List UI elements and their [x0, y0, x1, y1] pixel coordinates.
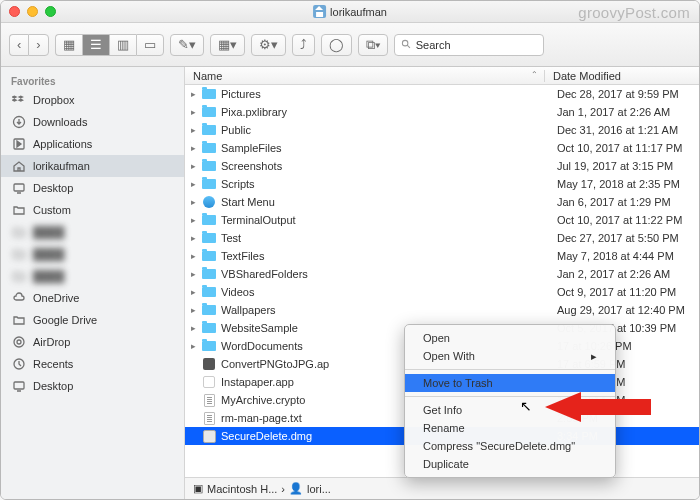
file-row[interactable]: ▸WallpapersAug 29, 2017 at 12:40 PM [185, 301, 699, 319]
arrange-button[interactable]: ▦▾ [210, 34, 245, 56]
file-date: Jan 1, 2017 at 2:26 AM [549, 106, 699, 118]
file-name: Scripts [221, 178, 549, 190]
column-name[interactable]: Name⌃ [185, 70, 545, 82]
file-icon [201, 87, 217, 101]
menu-item-compress-securedelete-dmg-[interactable]: Compress "SecureDelete.dmg" [405, 437, 615, 455]
folder-icon [11, 225, 27, 239]
svg-rect-8 [14, 382, 24, 389]
file-row[interactable]: ▸Start MenuJan 6, 2017 at 1:29 PM [185, 193, 699, 211]
file-row[interactable]: ▸TextFilesMay 7, 2018 at 4:44 PM [185, 247, 699, 265]
file-row[interactable]: ▸TestDec 27, 2017 at 5:50 PM [185, 229, 699, 247]
sidebar-item-Downloads[interactable]: Downloads [1, 111, 184, 133]
home-icon [313, 5, 326, 18]
sidebar-item-Applications[interactable]: Applications [1, 133, 184, 155]
folder-icon [11, 269, 27, 283]
sidebar-item-label: AirDrop [33, 336, 70, 348]
search-field[interactable]: Search [394, 34, 544, 56]
file-row[interactable]: ▸VideosOct 9, 2017 at 11:20 PM [185, 283, 699, 301]
file-name: TerminalOutput [221, 214, 549, 226]
folder-icon [11, 203, 27, 217]
disclosure-triangle[interactable]: ▸ [185, 251, 201, 261]
file-icon [201, 141, 217, 155]
disclosure-triangle[interactable]: ▸ [185, 89, 201, 99]
back-button[interactable]: ‹ [9, 34, 28, 56]
menu-separator [405, 396, 615, 397]
dropbox-icon [11, 93, 27, 107]
sidebar-item-lorikaufman[interactable]: lorikaufman [1, 155, 184, 177]
cloud-icon [11, 291, 27, 305]
file-row[interactable]: ▸ScriptsMay 17, 2018 at 2:35 PM [185, 175, 699, 193]
tags-button[interactable]: ◯ [321, 34, 352, 56]
menu-item-move-to-trash[interactable]: Move to Trash [405, 374, 615, 392]
share-button[interactable]: ⤴ [292, 34, 315, 56]
window-title: lorikaufman [313, 5, 387, 18]
forward-button[interactable]: › [28, 34, 48, 56]
disclosure-triangle[interactable]: ▸ [185, 323, 201, 333]
dropbox-button[interactable]: ⧉▾ [358, 34, 388, 56]
menu-item-open[interactable]: Open [405, 329, 615, 347]
disclosure-triangle[interactable]: ▸ [185, 197, 201, 207]
zoom-button[interactable] [45, 6, 56, 17]
disclosure-triangle[interactable]: ▸ [185, 215, 201, 225]
column-date[interactable]: Date Modified [545, 70, 699, 82]
gallery-view-button[interactable]: ▭ [136, 34, 164, 56]
disclosure-triangle[interactable]: ▸ [185, 161, 201, 171]
icon-view-button[interactable]: ▦ [55, 34, 82, 56]
sidebar-item-hidden[interactable]: ████ [1, 243, 184, 265]
file-date: Jan 2, 2017 at 2:26 AM [549, 268, 699, 280]
disclosure-triangle[interactable]: ▸ [185, 107, 201, 117]
sidebar-item-Google Drive[interactable]: Google Drive [1, 309, 184, 331]
menu-item-label: Rename [423, 422, 465, 434]
sidebar-item-OneDrive[interactable]: OneDrive [1, 287, 184, 309]
path-bar[interactable]: ▣ Macintosh H... › 👤 lori... [185, 477, 699, 499]
disclosure-triangle[interactable]: ▸ [185, 305, 201, 315]
file-icon [201, 339, 217, 353]
menu-item-label: Duplicate [423, 458, 469, 470]
file-icon [201, 285, 217, 299]
svg-line-1 [407, 45, 410, 48]
sidebar-item-hidden[interactable]: ████ [1, 221, 184, 243]
sidebar-item-label: ████ [33, 248, 64, 260]
toolbar: ‹ › ▦ ☰ ▥ ▭ ✎▾ ▦▾ ⚙▾ ⤴ ◯ ⧉▾ Search [1, 23, 699, 67]
file-row[interactable]: ▸PublicDec 31, 2016 at 1:21 AM [185, 121, 699, 139]
airdrop-icon [11, 335, 27, 349]
tool-button-1[interactable]: ✎▾ [170, 34, 204, 56]
sidebar-item-Desktop[interactable]: Desktop [1, 375, 184, 397]
sidebar[interactable]: Favorites DropboxDownloadsApplicationslo… [1, 67, 185, 499]
disclosure-triangle[interactable]: ▸ [185, 287, 201, 297]
disclosure-triangle[interactable]: ▸ [185, 143, 201, 153]
file-row[interactable]: ▸SampleFilesOct 10, 2017 at 11:17 PM [185, 139, 699, 157]
column-view-button[interactable]: ▥ [109, 34, 136, 56]
sidebar-item-AirDrop[interactable]: AirDrop [1, 331, 184, 353]
minimize-button[interactable] [27, 6, 38, 17]
menu-item-duplicate[interactable]: Duplicate [405, 455, 615, 473]
disclosure-triangle[interactable]: ▸ [185, 125, 201, 135]
menu-separator [405, 369, 615, 370]
menu-item-label: Open With [423, 350, 475, 362]
cursor-icon: ↖ [520, 398, 532, 414]
disclosure-triangle[interactable]: ▸ [185, 341, 201, 351]
disclosure-triangle[interactable]: ▸ [185, 269, 201, 279]
sidebar-item-Custom[interactable]: Custom [1, 199, 184, 221]
sidebar-item-Desktop[interactable]: Desktop [1, 177, 184, 199]
sort-arrow-icon: ⌃ [531, 70, 538, 82]
menu-item-open-with[interactable]: Open With▸ [405, 347, 615, 365]
file-row[interactable]: ▸Pixa.pxlibraryJan 1, 2017 at 2:26 AM [185, 103, 699, 121]
file-row[interactable]: ▸ScreenshotsJul 19, 2017 at 3:15 PM [185, 157, 699, 175]
home-icon [11, 159, 27, 173]
close-button[interactable] [9, 6, 20, 17]
file-row[interactable]: ▸TerminalOutputOct 10, 2017 at 11:22 PM [185, 211, 699, 229]
action-button[interactable]: ⚙▾ [251, 34, 286, 56]
file-name: Test [221, 232, 549, 244]
sidebar-item-hidden[interactable]: ████ [1, 265, 184, 287]
file-icon [201, 429, 217, 443]
file-row[interactable]: ▸PicturesDec 28, 2017 at 9:59 PM [185, 85, 699, 103]
list-view-button[interactable]: ☰ [82, 34, 109, 56]
disclosure-triangle[interactable]: ▸ [185, 179, 201, 189]
sidebar-item-Dropbox[interactable]: Dropbox [1, 89, 184, 111]
sidebar-item-Recents[interactable]: Recents [1, 353, 184, 375]
disclosure-triangle[interactable]: ▸ [185, 233, 201, 243]
file-row[interactable]: ▸VBSharedFoldersJan 2, 2017 at 2:26 AM [185, 265, 699, 283]
file-date: Jan 6, 2017 at 1:29 PM [549, 196, 699, 208]
menu-item-rename[interactable]: Rename [405, 419, 615, 437]
